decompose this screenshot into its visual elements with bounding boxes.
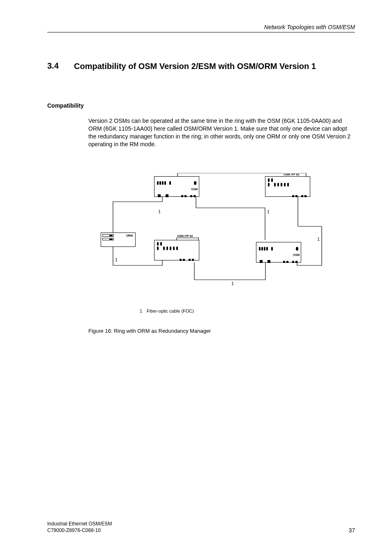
device-osm-bottom-right: OSM	[256, 242, 301, 263]
device-osm-itp-top-right	[265, 176, 310, 197]
legend-text: Fiber-optic cable (FOC)	[147, 309, 194, 313]
device-orm: ORM	[101, 233, 136, 247]
figure-legend: 1 Fiber-optic cable (FOC)	[140, 309, 355, 313]
running-header: Network Topologies with OSM/ESM	[47, 24, 355, 32]
device-label-osm-itp-top-right: OSM ITP 62	[283, 173, 300, 176]
device-label-osm-br: OSM	[293, 253, 300, 256]
body-paragraph: Version 2 OSMs can be operated at the sa…	[88, 117, 355, 148]
subheading-compatibility: Compatibility	[47, 102, 355, 109]
figure-caption: Figure 16: Ring with ORM as Redundancy M…	[88, 328, 355, 334]
device-osm-top-left: OSM	[154, 176, 199, 197]
cable-label-1a: 1	[158, 209, 161, 214]
device-label-orm: ORM	[126, 234, 133, 237]
page-number: 37	[348, 527, 355, 534]
header-title: Network Topologies with OSM/ESM	[47, 24, 355, 30]
cable-label-1c: 1	[317, 237, 320, 242]
footer-doc-id: C79000-Z8976-C068-10	[47, 527, 112, 534]
cable-label-1d: 1	[115, 257, 118, 262]
section-number: 3.4	[47, 61, 74, 71]
legend-number: 1	[140, 309, 145, 313]
cable-label-1b: 1	[267, 209, 270, 214]
device-label-osm: OSM	[191, 188, 198, 191]
device-osm-itp-bottom-left	[154, 240, 199, 260]
figure-diagram: OSM OSM ITP 62 ORM	[101, 173, 323, 300]
page-footer: Industrial Ethernet OSM/ESM C79000-Z8976…	[47, 520, 355, 534]
device-label-osm-itp-bottom-left: OSM ITP 62	[177, 235, 193, 237]
footer-doc-title: Industrial Ethernet OSM/ESM	[47, 520, 112, 527]
cable-label-1e: 1	[231, 281, 234, 286]
section-title: Compatibility of OSM Version 2/ESM with …	[74, 61, 316, 71]
section-heading: 3.4 Compatibility of OSM Version 2/ESM w…	[47, 61, 355, 71]
